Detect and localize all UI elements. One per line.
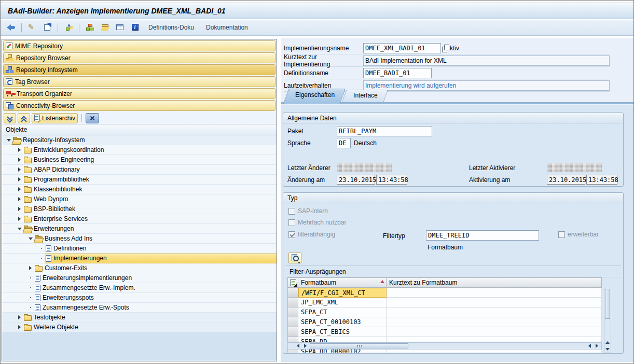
orgchart-button[interactable]	[84, 22, 96, 33]
tree-item[interactable]: Zusammengesetzte Erw.-Implem.	[2, 283, 277, 293]
dokumentation-button[interactable]: Dokumentation	[201, 22, 253, 33]
tree-item[interactable]: Erweiterungen	[2, 224, 277, 234]
info-button[interactable]	[129, 22, 141, 33]
row-selector[interactable]	[287, 327, 298, 337]
scroll-right-arrow-right-end[interactable]	[593, 343, 600, 349]
leaf-bullet[interactable]	[27, 277, 34, 278]
tree-item[interactable]: ABAP Dictionary	[2, 165, 277, 175]
expand-arrow-icon[interactable]	[27, 266, 34, 270]
tree-item[interactable]: Repository-Infosystem	[2, 135, 277, 145]
scroll-up-button[interactable]	[18, 113, 30, 123]
erweiterbar-checkbox[interactable]	[558, 231, 565, 238]
tab-interface[interactable]: Interface	[344, 90, 386, 102]
scroll-right-arrow[interactable]	[301, 343, 309, 349]
aktivierung-datum-field[interactable]: 23.10.2015	[547, 175, 585, 185]
sap-intern-checkbox[interactable]	[288, 208, 295, 215]
scroll-down-arrow[interactable]	[604, 346, 611, 353]
aenderung-zeit-field[interactable]: 13:43:58	[376, 175, 407, 185]
row-selector[interactable]	[287, 298, 298, 307]
vertical-scrollbar[interactable]	[604, 288, 611, 353]
sidebar-tool-button[interactable]: Connectivity-Browser	[3, 100, 275, 111]
object-list-button[interactable]	[99, 22, 111, 33]
scroll-left-arrow[interactable]	[294, 343, 301, 349]
tree-item[interactable]: Testobjekte	[2, 313, 277, 323]
leaf-bullet[interactable]	[38, 258, 45, 259]
expand-arrow-icon[interactable]	[16, 207, 23, 211]
column-header-formatbaum[interactable]: Formatbaum	[298, 277, 387, 288]
expand-arrow-icon[interactable]	[16, 197, 23, 201]
expand-arrow-icon[interactable]	[16, 177, 23, 181]
collapse-arrow-icon[interactable]	[16, 228, 23, 230]
expand-arrow-icon[interactable]	[16, 325, 23, 329]
expand-arrow-icon[interactable]	[16, 158, 23, 162]
impl-name-field[interactable]: DMEE_XML_BADI_01	[363, 43, 441, 53]
table-view-button[interactable]	[114, 22, 126, 33]
tree-item[interactable]: Zusammengesetzte Erw.-Spots	[2, 303, 277, 313]
tree-item[interactable]: Entwicklungskoordination	[2, 145, 277, 155]
vertical-scrollbar-thumb[interactable]	[605, 289, 610, 319]
tree-item[interactable]: Erweiterungsimplementierungen	[2, 273, 277, 283]
hierarchy-up-button[interactable]	[62, 22, 75, 33]
tree-item[interactable]: Business Engineering	[2, 155, 277, 165]
sidebar-tool-button[interactable]: MIME Repository	[3, 40, 275, 51]
mehrfach-nutzbar-checkbox[interactable]	[288, 219, 295, 226]
expand-arrow-icon[interactable]	[16, 187, 23, 191]
other-object-button[interactable]	[41, 22, 53, 33]
kurztext-field[interactable]: BAdI Implementation for XML	[363, 55, 610, 66]
definitions-doku-button[interactable]: Definitions-Doku	[144, 22, 199, 33]
expand-arrow-icon[interactable]	[16, 315, 23, 319]
column-header-kurztext[interactable]: Kurztext zu Formatbaum	[387, 277, 602, 288]
leaf-bullet[interactable]	[27, 297, 34, 298]
table-row[interactable]: SEPA_CT_00100103	[287, 317, 602, 327]
copy-icon[interactable]	[442, 45, 449, 52]
tree-item[interactable]: Erweiterungsspots	[2, 293, 277, 303]
leaf-bullet[interactable]	[27, 287, 34, 288]
horizontal-scrollbar[interactable]	[287, 342, 602, 349]
row-selector[interactable]	[287, 307, 298, 317]
tree-item[interactable]: Weitere Objekte	[2, 323, 277, 332]
expand-arrow-icon[interactable]	[16, 148, 23, 152]
filtertyp-field[interactable]: DMEE_TREEID	[426, 230, 539, 241]
tree-item[interactable]: Customer-Exits	[2, 263, 277, 273]
display-filter-button[interactable]	[288, 253, 301, 263]
tree-item[interactable]: Definitionen	[2, 244, 277, 254]
expand-arrow-icon[interactable]	[16, 167, 23, 172]
tree-item[interactable]: Implementierungen	[2, 254, 277, 263]
display-change-button[interactable]	[26, 22, 38, 33]
table-row[interactable]: SEPA_CT	[287, 307, 602, 317]
collapse-arrow-icon[interactable]	[27, 237, 34, 240]
sidebar-tool-button[interactable]: Repository Browser	[3, 52, 275, 63]
filterabhaengig-checkbox[interactable]	[288, 231, 295, 238]
scroll-up-arrow[interactable]	[604, 339, 611, 346]
tree-item[interactable]: Enterprise Services	[2, 214, 277, 224]
tree-item[interactable]: Klassenbibliothek	[2, 185, 277, 194]
row-selector[interactable]	[287, 288, 298, 298]
tree-item[interactable]: Web Dynpro	[2, 194, 277, 204]
scroll-down-button[interactable]	[4, 113, 16, 123]
table-row[interactable]: SEPA_CT_EBICS	[287, 327, 602, 337]
collapse-arrow-icon[interactable]	[5, 139, 12, 142]
leaf-bullet[interactable]	[27, 307, 34, 308]
select-all-header[interactable]	[287, 277, 298, 288]
paket-field[interactable]: BFIBL_PAYM	[337, 126, 432, 136]
scroll-left-arrow-right-end[interactable]	[586, 343, 593, 349]
definitionsname-field[interactable]: DMEE_BADI_01	[363, 68, 432, 78]
expand-arrow-icon[interactable]	[16, 217, 23, 221]
sidebar-tool-button[interactable]: Transport Organizer	[3, 88, 275, 99]
row-selector[interactable]	[287, 317, 298, 327]
aktivierung-zeit-field[interactable]: 13:43:58	[586, 175, 617, 185]
listenarchiv-button[interactable]: Listenarchiv	[32, 113, 78, 123]
tree-item[interactable]: BSP-Bibliothek	[2, 204, 277, 214]
close-browser-button[interactable]	[86, 113, 99, 123]
leaf-bullet[interactable]	[38, 248, 45, 249]
aenderung-datum-field[interactable]: 23.10.2015	[337, 175, 375, 185]
tree-item[interactable]: Business Add Ins	[2, 234, 277, 244]
table-row[interactable]: JP_EMC_XML	[287, 298, 602, 307]
back-button[interactable]	[5, 22, 17, 33]
tab-eigenschaften[interactable]: Eigenschaften	[286, 89, 343, 102]
sidebar-tool-button[interactable]: Tag Browser	[3, 76, 275, 87]
table-row[interactable]: /WFI/F_CGI_XML_CT	[287, 288, 602, 298]
sidebar-tool-button[interactable]: Repository Infosystem	[3, 64, 275, 75]
sprache-field[interactable]: DE	[337, 138, 351, 148]
tree-item[interactable]: Programmbibliothek	[2, 175, 277, 185]
